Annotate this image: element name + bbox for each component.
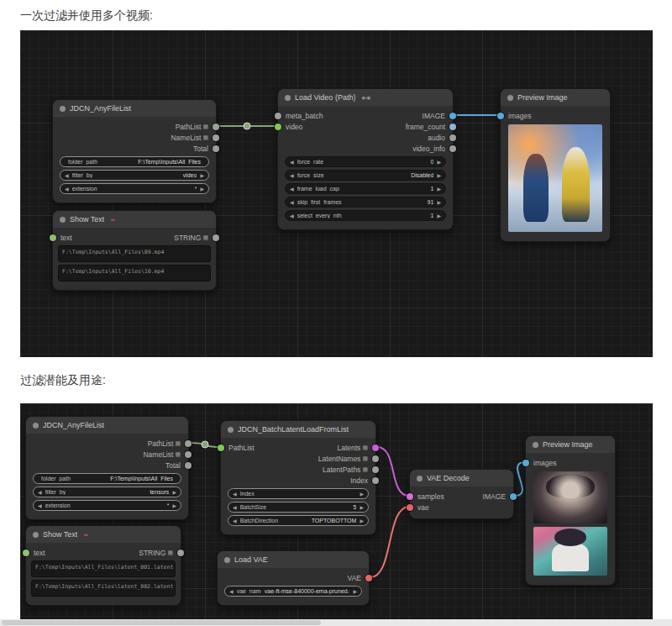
decrement-arrow-icon[interactable]: ◀ <box>229 588 234 594</box>
node-title-bar[interactable]: JDCN_AnyFileList <box>53 100 216 117</box>
output-port-image[interactable] <box>510 493 517 500</box>
output-port-latentpaths[interactable] <box>372 466 379 473</box>
input-port-images[interactable] <box>497 113 504 119</box>
collapse-dot-icon[interactable] <box>60 106 66 112</box>
widget-force-size[interactable]: ◀force_sizeDisabled▶ <box>285 170 446 181</box>
increment-arrow-icon[interactable]: ▶ <box>360 504 364 510</box>
input-port-pathlist[interactable] <box>218 445 224 451</box>
increment-arrow-icon[interactable]: ▶ <box>360 491 364 497</box>
input-port-vae[interactable] <box>407 504 413 511</box>
decrement-arrow-icon[interactable]: ◀ <box>290 172 294 178</box>
collapse-dot-icon[interactable] <box>228 427 234 433</box>
horizontal-scrollbar[interactable] <box>0 619 672 626</box>
input-port-meta-batch[interactable] <box>275 113 281 119</box>
node-graph-canvas-videos[interactable]: JDCN_AnyFileListPathList▦NameList▦Totalf… <box>20 30 653 357</box>
output-port-total[interactable] <box>185 462 192 469</box>
increment-arrow-icon[interactable]: ▶ <box>437 159 441 165</box>
widget-filter-by[interactable]: ◀filter_byvideo▶ <box>60 170 209 181</box>
increment-arrow-icon[interactable]: ▶ <box>172 489 176 495</box>
output-port-index[interactable] <box>372 477 379 484</box>
output-port-image[interactable] <box>449 113 456 119</box>
node-jdcn-batchlatentloadfromlist[interactable]: JDCN_BatchLatentLoadFromListPathListLate… <box>220 420 376 535</box>
node-title-bar[interactable]: Preview Image <box>526 436 615 453</box>
decrement-arrow-icon[interactable]: ◀ <box>290 213 294 218</box>
increment-arrow-icon[interactable]: ▶ <box>353 588 357 594</box>
collapse-dot-icon[interactable] <box>533 442 538 448</box>
output-port-namelist[interactable] <box>185 451 192 458</box>
widget-batchdirection[interactable]: ◀BatchDirectionTOPTOBOTTOM▶ <box>228 515 369 526</box>
node-preview-image[interactable]: Preview Imageimages <box>525 435 616 586</box>
output-port-vae[interactable] <box>365 575 372 581</box>
widget-extension[interactable]: ◀extension*▶ <box>60 183 209 194</box>
collapse-dot-icon[interactable] <box>60 217 66 223</box>
reroute-dot[interactable] <box>202 441 208 448</box>
node-title-bar[interactable]: Preview Image <box>501 89 610 106</box>
node-title-bar[interactable]: JDCN_BatchLatentLoadFromList <box>221 421 375 438</box>
output-port-string[interactable] <box>177 550 184 556</box>
node-title-bar[interactable]: Show Text●● <box>26 526 181 543</box>
output-port-string[interactable] <box>213 234 219 241</box>
collapse-dot-icon[interactable] <box>285 95 291 101</box>
increment-arrow-icon[interactable]: ▶ <box>200 172 204 178</box>
decrement-arrow-icon[interactable]: ◀ <box>290 159 294 165</box>
increment-arrow-icon[interactable]: ▶ <box>360 518 364 523</box>
increment-arrow-icon[interactable]: ▶ <box>200 186 204 192</box>
collapse-dot-icon[interactable] <box>507 95 513 101</box>
output-port-total[interactable] <box>213 145 219 152</box>
collapse-dot-icon[interactable] <box>33 532 39 538</box>
collapse-dot-icon[interactable] <box>417 476 423 481</box>
node-title-bar[interactable]: Load Video (Path)◉ + ▣ <box>278 89 453 106</box>
widget-folder-path[interactable]: folder_pathF:\Temp\Inputs\All_Files <box>60 156 209 167</box>
widget-filter-by[interactable]: ◀filter_bytensors▶ <box>33 487 181 497</box>
input-port-video[interactable] <box>275 124 281 130</box>
collapse-dot-icon[interactable] <box>224 557 230 563</box>
widget-vae-name[interactable]: ◀vae_namevae-ft-mse-840000-ema-pruned.ck… <box>224 586 362 597</box>
node-load-video-path[interactable]: Load Video (Path)◉ + ▣meta_batchIMAGEvid… <box>277 88 454 230</box>
node-show-text[interactable]: Show Text●●textSTRING▦F:\Temp\Inputs\All… <box>25 525 181 606</box>
node-jdcn-anyfilelist[interactable]: JDCN_AnyFileListPathList▦NameList▦Totalf… <box>52 99 217 203</box>
output-port-latentnames[interactable] <box>372 455 379 462</box>
node-vae-decode[interactable]: VAE DecodesamplesIMAGEvae <box>409 469 514 519</box>
decrement-arrow-icon[interactable]: ◀ <box>65 172 69 178</box>
increment-arrow-icon[interactable]: ▶ <box>172 502 176 508</box>
input-port-text[interactable] <box>23 550 29 556</box>
decrement-arrow-icon[interactable]: ◀ <box>290 199 294 205</box>
decrement-arrow-icon[interactable]: ◀ <box>233 518 237 523</box>
widget-extension[interactable]: ◀extension*▶ <box>33 500 181 511</box>
output-port-frame-count[interactable] <box>449 124 456 130</box>
widget-skip-first-frames[interactable]: ◀skip_first_frames91▶ <box>285 197 446 208</box>
scrollbar-thumb[interactable] <box>2 620 321 625</box>
decrement-arrow-icon[interactable]: ◀ <box>233 491 237 497</box>
widget-folder-path[interactable]: folder_pathF:\Temp\Inputs\All_Files <box>33 473 181 484</box>
node-show-text[interactable]: Show Text●●textSTRING▦F:\Temp\Inputs\All… <box>52 210 217 291</box>
decrement-arrow-icon[interactable]: ◀ <box>290 186 294 192</box>
increment-arrow-icon[interactable]: ▶ <box>437 172 441 178</box>
widget-batchsize[interactable]: ◀BatchSize5▶ <box>228 502 369 513</box>
widget-index[interactable]: ◀Index▶ <box>228 488 369 499</box>
increment-arrow-icon[interactable]: ▶ <box>437 186 441 192</box>
node-title-bar[interactable]: Load VAE <box>218 551 369 568</box>
reroute-dot[interactable] <box>244 123 250 129</box>
node-title-bar[interactable]: VAE Decode <box>410 470 513 487</box>
node-load-vae[interactable]: Load VAEVAE◀vae_namevae-ft-mse-840000-em… <box>217 550 370 606</box>
node-title-bar[interactable]: JDCN_AnyFileList <box>26 417 188 434</box>
decrement-arrow-icon[interactable]: ◀ <box>38 502 42 508</box>
input-port-text[interactable] <box>50 234 56 241</box>
widget-frame-load-cap[interactable]: ◀frame_load_cap1▶ <box>285 183 446 194</box>
decrement-arrow-icon[interactable]: ◀ <box>65 186 69 192</box>
output-port-audio[interactable] <box>449 134 456 141</box>
output-port-pathlist[interactable] <box>213 124 219 130</box>
increment-arrow-icon[interactable]: ▶ <box>437 199 441 205</box>
input-port-samples[interactable] <box>407 493 413 500</box>
node-preview-image[interactable]: Preview Imageimages <box>500 88 611 242</box>
decrement-arrow-icon[interactable]: ◀ <box>38 489 42 495</box>
output-port-latents[interactable] <box>372 445 379 451</box>
output-port-video-info[interactable] <box>449 145 456 152</box>
decrement-arrow-icon[interactable]: ◀ <box>233 504 237 510</box>
widget-select-every-nth[interactable]: ◀select_every_nth1▶ <box>285 210 446 221</box>
output-port-namelist[interactable] <box>213 134 219 141</box>
increment-arrow-icon[interactable]: ▶ <box>437 213 441 218</box>
output-port-pathlist[interactable] <box>185 440 192 447</box>
node-jdcn-anyfilelist[interactable]: JDCN_AnyFileListPathList▦NameList▦Totalf… <box>25 416 189 520</box>
widget-force-rate[interactable]: ◀force_rate0▶ <box>285 156 446 167</box>
